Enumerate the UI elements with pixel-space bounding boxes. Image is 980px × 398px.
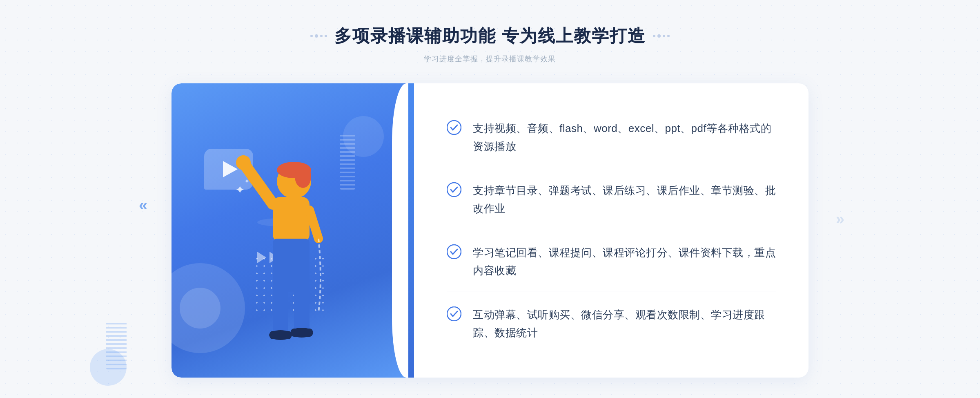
svg-point-18 — [447, 183, 461, 197]
check-icon-3 — [447, 244, 461, 259]
feature-text-2: 支持章节目录、弹题考试、课后练习、课后作业、章节测验、批改作业 — [473, 181, 776, 217]
content-card: ✦ ✦ 支持视频、音频、flash、word、excel、ppt、pdf等各种格… — [172, 83, 808, 378]
deco-dots-left — [310, 34, 327, 38]
svg-point-3 — [295, 165, 311, 188]
svg-text:✦: ✦ — [235, 183, 245, 196]
svg-point-20 — [447, 307, 461, 321]
header-section: 多项录播课辅助功能 专为线上教学打造 学习进度全掌握，提升录播课教学效果 — [310, 25, 670, 64]
feature-item-4: 互动弹幕、试听购买、微信分享、观看次数限制、学习进度跟踪、数据统计 — [447, 294, 776, 353]
svg-rect-12 — [270, 331, 292, 339]
check-icon-4 — [447, 306, 461, 321]
page-subtitle: 学习进度全掌握，提升录播课教学效果 — [310, 54, 670, 64]
svg-text:✦: ✦ — [244, 178, 249, 185]
deco-stripe-bottom-left — [106, 320, 127, 369]
deco-circle-bottom — [180, 288, 220, 329]
vertical-bar — [408, 83, 414, 378]
title-row: 多项录播课辅助功能 专为线上教学打造 — [310, 25, 670, 47]
check-icon-1 — [447, 120, 461, 135]
svg-rect-14 — [291, 329, 313, 337]
feature-text-3: 学习笔记回看、课程提问、课程评论打分、课件资料下载，重点内容收藏 — [473, 244, 776, 279]
check-icon-2 — [447, 182, 461, 197]
svg-point-17 — [447, 121, 461, 134]
feature-item-1: 支持视频、音频、flash、word、excel、ppt、pdf等各种格式的资源… — [447, 108, 776, 167]
feature-item-2: 支持章节目录、弹题考试、课后练习、课后作业、章节测验、批改作业 — [447, 170, 776, 229]
left-arrow-decoration: « — [139, 197, 144, 214]
features-panel: 支持视频、音频、flash、word、excel、ppt、pdf等各种格式的资源… — [414, 83, 808, 378]
feature-text-4: 互动弹幕、试听购买、微信分享、观看次数限制、学习进度跟踪、数据统计 — [473, 306, 776, 342]
svg-point-19 — [447, 245, 461, 259]
svg-rect-9 — [273, 287, 288, 336]
svg-point-7 — [236, 155, 251, 170]
deco-dots-right — [653, 34, 670, 38]
illustration-panel: ✦ ✦ — [172, 83, 408, 378]
page-title: 多项录播课辅助功能 专为线上教学打造 — [334, 25, 646, 47]
feature-item-3: 学习笔记回看、课程提问、课程评论打分、课件资料下载，重点内容收藏 — [447, 232, 776, 291]
feature-text-1: 支持视频、音频、flash、word、excel、ppt、pdf等各种格式的资源… — [473, 119, 776, 155]
svg-line-6 — [310, 210, 318, 239]
svg-rect-8 — [273, 239, 310, 292]
human-figure: ✦ ✦ — [212, 141, 347, 378]
right-arrow-decoration: » — [836, 210, 841, 228]
svg-rect-10 — [294, 287, 310, 334]
page-wrapper: 多项录播课辅助功能 专为线上教学打造 学习进度全掌握，提升录播课教学效果 — [0, 0, 980, 398]
